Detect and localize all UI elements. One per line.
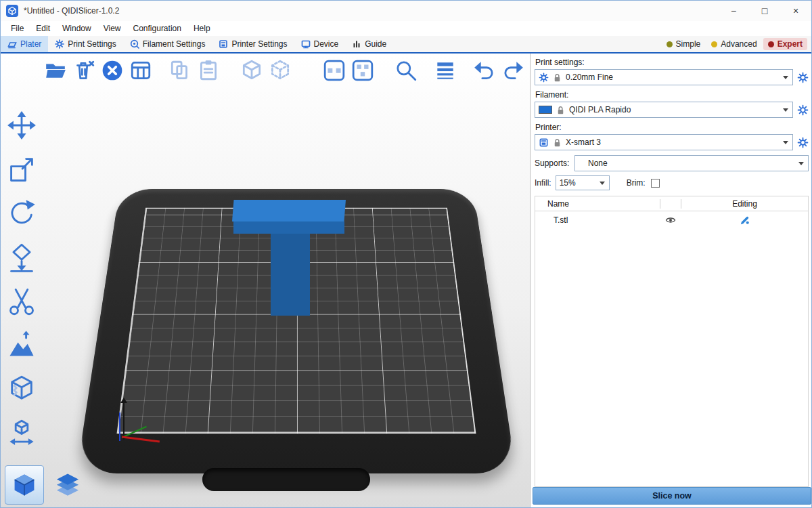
infill-combo[interactable]: 15% [556,175,610,190]
redo-button[interactable] [500,57,526,84]
printer-settings-icon [219,39,228,49]
column-separator [660,199,660,209]
remove-instance-button[interactable] [267,57,293,84]
chevron-down-icon [600,182,605,185]
split-parts-icon [351,59,374,82]
fuzzy-skin-button[interactable] [3,373,40,406]
printer-icon [539,137,549,148]
menubar: File Edit Window View Configuration Help [1,21,811,36]
object-list-header: Name Editing [535,196,808,211]
variable-layer-height-button[interactable] [432,57,458,84]
mode-simple[interactable]: Simple [662,38,706,50]
mode-simple-label: Simple [676,39,701,49]
printer-combo[interactable]: X-smart 3 [535,134,793,150]
search-button[interactable] [393,57,419,84]
split-parts-button[interactable] [350,57,376,84]
delete-all-button[interactable] [99,57,125,84]
print-settings-gear-button[interactable] [796,71,809,83]
open-button[interactable] [43,57,68,84]
gear-icon [797,72,809,83]
printer-value: X-smart 3 [566,137,601,147]
maximize-button[interactable]: □ [749,1,780,21]
top-toolbar [43,57,528,84]
close-button[interactable]: × [780,1,811,21]
filament-value: QIDI PLA Rapido [569,105,631,114]
column-name-header: Name [535,199,660,209]
add-instance-button[interactable] [239,57,265,84]
axis-z-icon [123,402,125,440]
cut-button[interactable] [3,285,40,318]
minimize-button[interactable]: − [718,1,749,21]
print-settings-combo[interactable]: 0.20mm Fine [535,69,793,85]
menu-configuration[interactable]: Configuration [127,21,187,36]
scale-button[interactable] [3,153,40,186]
supports-combo[interactable]: None [574,155,809,171]
brim-label: Brim: [627,178,646,188]
tab-filament-settings[interactable]: Filament Settings [123,36,212,52]
arrange-button[interactable] [128,57,154,84]
edit-icon [740,215,750,226]
tab-device-label: Device [314,39,339,49]
move-button[interactable] [3,109,40,142]
delete-all-icon [101,59,124,82]
model-t-front-face[interactable] [233,221,344,234]
object-row-tstl[interactable]: T.stl [535,211,808,229]
measure-button[interactable] [3,417,40,450]
tab-device[interactable]: Device [294,36,346,52]
tabbar: Plater Print Settings Filament Settings … [1,36,811,54]
gear-icon [797,104,809,116]
arrange-icon [129,59,152,82]
mode-expert[interactable]: Expert [763,38,807,50]
filament-combo[interactable]: QIDI PLA Rapido [535,102,793,118]
edit-object-button[interactable] [681,215,808,226]
menu-file[interactable]: File [5,21,30,36]
undo-button[interactable] [472,57,497,84]
tab-printer-settings[interactable]: Printer Settings [212,36,294,52]
model-t-stem[interactable] [271,234,310,316]
menu-window[interactable]: Window [56,21,97,36]
brim-checkbox[interactable] [651,179,660,188]
preview-view-button[interactable] [49,468,86,505]
chevron-down-icon [783,76,788,79]
fuzzy-skin-icon [7,375,37,404]
filament-gear-button[interactable] [796,104,809,116]
3d-viewport[interactable] [1,54,530,508]
tab-print-settings[interactable]: Print Settings [48,36,122,52]
axis-blue-icon [119,412,120,441]
paste-button[interactable] [196,57,221,84]
filament-color-swatch [539,106,552,114]
split-objects-button[interactable] [321,57,347,84]
visibility-toggle[interactable] [660,215,681,226]
tab-printer-settings-label: Printer Settings [231,39,287,49]
filament-label: Filament: [535,90,809,100]
menu-help[interactable]: Help [187,21,217,36]
advanced-mode-dot-icon [711,41,717,47]
model-t-top-face[interactable] [232,200,346,221]
slice-now-button[interactable]: Slice now [533,487,811,505]
tab-guide[interactable]: Guide [345,36,393,52]
place-on-face-button[interactable] [3,241,40,274]
scale-icon [7,154,37,184]
left-toolbar [3,109,40,450]
printer-gear-button[interactable] [796,136,809,148]
tab-plater-label: Plater [20,39,41,49]
support-paint-button[interactable] [3,329,40,362]
chevron-down-icon [798,162,804,165]
gear-icon [797,137,809,148]
supports-value: None [579,158,608,168]
menu-view[interactable]: View [97,21,127,36]
delete-button[interactable] [71,57,97,84]
chevron-down-icon [783,141,788,144]
rotate-button[interactable] [3,197,40,230]
tab-plater[interactable]: Plater [1,36,48,52]
editor-view-button[interactable] [5,465,44,505]
app-icon [6,5,18,17]
support-paint-icon [7,331,37,360]
copy-button[interactable] [167,57,193,84]
mode-advanced[interactable]: Advanced [706,38,761,50]
view-switcher [5,465,86,505]
menu-edit[interactable]: Edit [30,21,56,36]
redo-icon [501,59,524,82]
move-icon [7,110,37,140]
bed-handle [202,468,370,491]
